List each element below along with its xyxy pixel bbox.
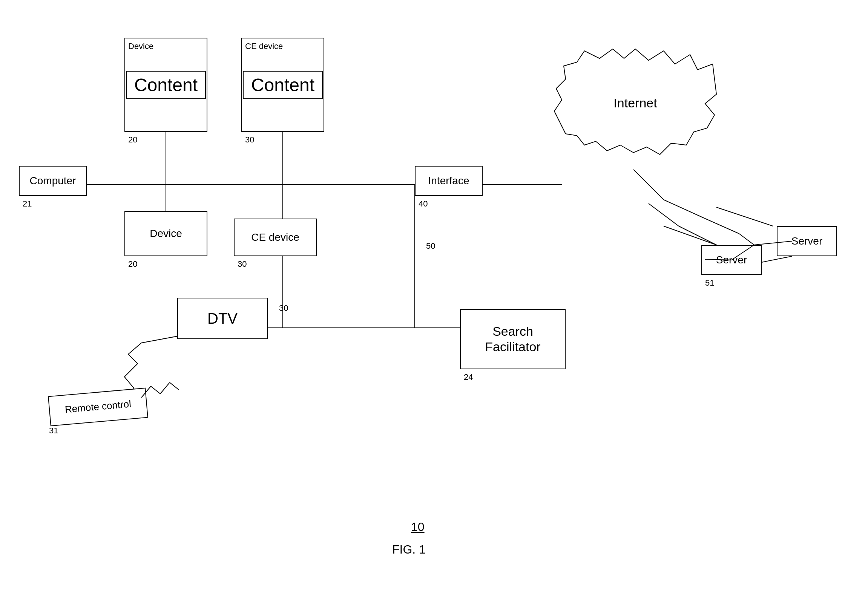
server1-box: Server: [701, 245, 762, 275]
dtv-box: DTV: [177, 298, 268, 339]
server1-number: 51: [705, 278, 714, 288]
computer-number: 21: [23, 199, 32, 209]
dtv-label: DTV: [207, 309, 238, 327]
device-top-content: Content: [126, 71, 206, 99]
interface-number: 40: [419, 199, 428, 209]
label-50: 50: [426, 241, 435, 251]
figure-label: FIG. 1: [392, 543, 426, 557]
device-mid-label: Device: [150, 227, 182, 240]
svg-line-27: [160, 382, 170, 394]
diagram: Device Content 20 CE device Content 30 C…: [0, 0, 868, 595]
svg-line-26: [151, 386, 160, 394]
server2-label: Server: [791, 235, 822, 248]
search-facilitator-number: 24: [464, 372, 473, 382]
remote-control-number: 31: [49, 426, 58, 436]
search-facilitator-box: Search Facilitator: [460, 309, 566, 369]
ce-device-mid-label: CE device: [251, 231, 299, 244]
svg-line-15: [679, 226, 716, 245]
server1-label: Server: [716, 254, 747, 266]
interface-label: Interface: [428, 174, 469, 187]
device-top-number: 20: [128, 135, 137, 145]
ce-device-top-content: Content: [243, 71, 323, 99]
server2-box: Server: [777, 226, 837, 256]
device-top-box: Device Content: [124, 38, 207, 132]
ce-device-mid-box: CE device: [234, 219, 317, 256]
svg-line-21: [739, 234, 754, 245]
ce-device-top-label: CE device: [245, 41, 283, 51]
figure-number: 10: [411, 520, 425, 534]
computer-label: Computer: [30, 174, 76, 187]
svg-line-11: [664, 226, 716, 245]
ce-device-mid-number: 30: [238, 259, 247, 269]
computer-box: Computer: [19, 166, 87, 196]
remote-control-label: Remote control: [64, 398, 132, 416]
interface-box: Interface: [415, 166, 483, 196]
internet-cloud: Internet: [551, 45, 720, 188]
ce-device-top-box: CE device Content: [241, 38, 324, 132]
svg-line-14: [649, 203, 679, 226]
dtv-number: 30: [279, 303, 288, 313]
svg-line-28: [170, 382, 179, 390]
remote-control-box: Remote control: [48, 388, 148, 426]
device-top-label: Device: [128, 41, 153, 51]
search-facilitator-label: Search Facilitator: [485, 324, 540, 355]
ce-device-top-number: 30: [245, 135, 254, 145]
device-mid-box: Device: [124, 211, 207, 256]
internet-label: Internet: [613, 96, 657, 110]
svg-line-19: [664, 200, 705, 219]
device-mid-number: 20: [128, 259, 137, 269]
svg-line-20: [705, 219, 739, 234]
svg-line-12: [716, 207, 773, 226]
